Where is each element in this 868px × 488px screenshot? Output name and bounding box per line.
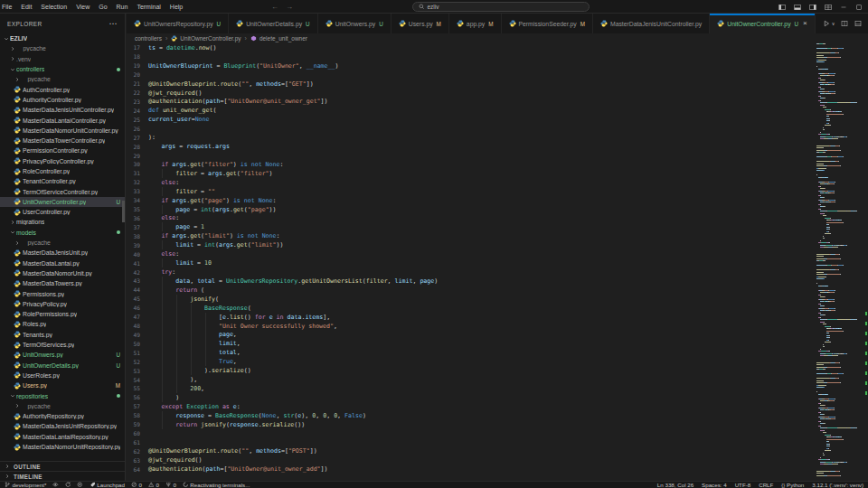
tree-file-TermOfServices.py[interactable]: TermOfServices.py — [0, 340, 125, 350]
toggle-panel-icon[interactable] — [794, 4, 801, 11]
status-crlf[interactable]: CRLF — [759, 482, 773, 488]
tree-file-MasterDataNomorUnitRepository.py[interactable]: MasterDataNomorUnitRepository.py — [0, 442, 125, 452]
tree-file-Users.py[interactable]: Users.pyM — [0, 380, 125, 390]
status-reactivating-terminals[interactable]: Reactivating terminals... — [183, 482, 250, 488]
tree-file-UnitOwnerController.py[interactable]: UnitOwnerController.pyU — [0, 197, 125, 207]
status-target[interactable] — [77, 482, 83, 488]
code-editor[interactable]: 17ts = datetime.now()1819UnitOwnerBluepr… — [127, 43, 816, 481]
code-line-text: filter = "" — [148, 187, 215, 196]
tree-file-UserRoles.py[interactable]: UserRoles.py — [0, 371, 125, 380]
customize-layout-icon[interactable] — [825, 4, 832, 11]
tree-folder-migrations[interactable]: migrations — [0, 217, 125, 227]
tree-file-AuthorityController.py[interactable]: AuthorityController.py — [0, 95, 125, 105]
tree-file-Permissions.py[interactable]: Permissions.py — [0, 288, 125, 298]
play-icon[interactable] — [823, 20, 830, 27]
tree-file-PrivacyPolicyController.py[interactable]: PrivacyPolicyController.py — [0, 156, 125, 166]
tree-file-MasterDataJenisUnitRepository.py[interactable]: MasterDataJenisUnitRepository.py — [0, 421, 125, 431]
tree-folder-models[interactable]: models — [0, 228, 125, 238]
indent-guide — [148, 348, 219, 357]
tree-folder-repositories[interactable]: repositories — [0, 390, 125, 400]
breadcrumb-item-controllers[interactable]: controllers — [135, 35, 162, 42]
maximize-button[interactable] — [855, 4, 863, 11]
command-center-search[interactable]: ezliv — [412, 2, 590, 12]
menu-run[interactable]: Run — [112, 4, 133, 10]
nav-forward-icon[interactable]: → — [286, 3, 293, 11]
tree-folder-__pycache__[interactable]: __pycache__ — [0, 74, 125, 84]
tree-file-RoleController.py[interactable]: RoleController.py — [0, 166, 125, 176]
toggle-sidebar-icon[interactable] — [778, 4, 786, 11]
tree-file-MasterDataNomorUnit.py[interactable]: MasterDataNomorUnit.py — [0, 268, 125, 278]
menu-file[interactable]: File — [0, 4, 16, 10]
tree-file-TenantController.py[interactable]: TenantController.py — [0, 176, 125, 186]
menu-selection[interactable]: Selection — [36, 4, 71, 10]
tree-file-PermissionController.py[interactable]: PermissionController.py — [0, 145, 125, 155]
toggle-secondary-sidebar-icon[interactable] — [809, 4, 816, 11]
breadcrumb-item-UnitOwnerController.py[interactable]: UnitOwnerController.py — [171, 35, 241, 42]
tab-UnitOwnerDetails.py[interactable]: UnitOwnerDetails.pyU — [229, 14, 318, 33]
menu-edit[interactable]: Edit — [16, 4, 36, 10]
tab-MasterDataJenisUnitController.py[interactable]: MasterDataJenisUnitController.py — [593, 14, 710, 33]
status-0[interactable]: 0 — [131, 482, 142, 488]
tab-UnitOwnersRepository.py[interactable]: UnitOwnersRepository.pyU — [127, 14, 229, 33]
tree-file-MasterDataTowers.py[interactable]: MasterDataTowers.py — [0, 278, 125, 288]
section-outline[interactable]: OUTLINE — [0, 461, 125, 471]
panel-icon[interactable] — [854, 20, 862, 27]
status-3-12-1-venv-venv[interactable]: 3.12.1 ('.venv': venv) — [812, 482, 863, 488]
status-0[interactable]: 0 — [165, 482, 176, 488]
tree-file-UnitOwnerDetails.py[interactable]: UnitOwnerDetails.pyU — [0, 361, 125, 371]
section-timeline[interactable]: TIMELINE — [0, 471, 125, 481]
tree-file-AuthController.py[interactable]: AuthController.py — [0, 84, 125, 94]
tree-file-Roles.py[interactable]: Roles.py — [0, 319, 125, 329]
tree-folder-__pycache__[interactable]: __pycache__ — [0, 401, 125, 411]
status-development[interactable]: development* — [5, 482, 46, 488]
menu-terminal[interactable]: Terminal — [132, 4, 165, 10]
tree-file-RolePermissions.py[interactable]: RolePermissions.py — [0, 309, 125, 319]
overview-ruler-added-mark — [865, 332, 868, 335]
run-dropdown-icon[interactable]: ∨ — [832, 21, 835, 26]
tree-file-MasterDataJenisUnitController.py[interactable]: MasterDataJenisUnitController.py — [0, 105, 125, 115]
tree-folder-controllers[interactable]: controllers — [0, 64, 125, 74]
tab-close-icon[interactable]: × — [803, 20, 807, 27]
tree-file-MasterDataJenisUnit.py[interactable]: MasterDataJenisUnit.py — [0, 248, 125, 258]
tree-file-UnitOnwers.py[interactable]: UnitOnwers.pyU — [0, 350, 125, 360]
split-icon[interactable] — [841, 20, 848, 27]
tab-UnitOnwers.py[interactable]: UnitOnwers.pyU — [318, 14, 392, 33]
tab-PermissionSeeder.py[interactable]: PermissionSeeder.pyM — [502, 14, 593, 33]
tree-file-MasterDataLantaiController.py[interactable]: MasterDataLantaiController.py — [0, 115, 125, 125]
tree-folder-__pycache__[interactable]: __pycache__ — [0, 238, 125, 248]
status-python[interactable]: {}Python — [781, 482, 804, 488]
tree-file-TermOfServiceController.py[interactable]: TermOfServiceController.py — [0, 186, 125, 196]
menu-view[interactable]: View — [71, 4, 94, 10]
tree-folder-.venv[interactable]: .venv — [0, 54, 125, 64]
tab-UnitOwnerController.py[interactable]: UnitOwnerController.pyU× — [710, 14, 816, 33]
tree-file-Tenants.py[interactable]: Tenants.py — [0, 330, 125, 340]
tree-file-PrivacyPolicy.py[interactable]: PrivacyPolicy.py — [0, 299, 125, 309]
tree-folder-EZLIV[interactable]: EZLIV — [0, 33, 125, 43]
status-spaces-4[interactable]: Spaces: 4 — [702, 482, 727, 488]
python-icon — [14, 137, 21, 145]
breadcrumb-item-delete_unit_owner[interactable]: delete_unit_owner — [250, 35, 307, 42]
minimap[interactable] — [816, 43, 868, 481]
tree-file-MasterDataNomorUnitController.py[interactable]: MasterDataNomorUnitController.py — [0, 126, 125, 136]
tab-Users.py[interactable]: Users.pyM — [392, 14, 449, 33]
tree-file-AuthorityRepository.py[interactable]: AuthorityRepository.py — [0, 411, 125, 421]
tree-folder-__pycache__[interactable]: __pycache__ — [0, 43, 125, 53]
tree-file-MasterDataTowerController.py[interactable]: MasterDataTowerController.py — [0, 136, 125, 145]
code-line: 22@jwt_required() — [127, 89, 816, 98]
minimize-button[interactable] — [840, 4, 847, 11]
tab-app.py[interactable]: app.pyM — [449, 14, 502, 33]
status-0[interactable]: 0 — [148, 482, 159, 488]
tree-file-MasterDataLantaiRepository.py[interactable]: MasterDataLantaiRepository.py — [0, 432, 125, 442]
status-ln-338-col-26[interactable]: Ln 338, Col 26 — [657, 482, 693, 488]
status-utf-8[interactable]: UTF-8 — [735, 482, 751, 488]
tree-file-UserController.py[interactable]: UserController.py — [0, 207, 125, 217]
status-eye[interactable] — [52, 482, 59, 488]
tree-file-MasterDataLantai.py[interactable]: MasterDataLantai.py — [0, 258, 125, 268]
nav-back-icon[interactable]: ← — [271, 3, 278, 11]
menu-go[interactable]: Go — [94, 4, 111, 10]
menu-help[interactable]: Help — [165, 4, 187, 10]
python-icon — [14, 147, 21, 155]
status-launchpad[interactable]: Launchpad — [90, 482, 125, 488]
status-sync[interactable] — [65, 482, 71, 488]
sidebar-scrollbar[interactable] — [122, 201, 125, 222]
